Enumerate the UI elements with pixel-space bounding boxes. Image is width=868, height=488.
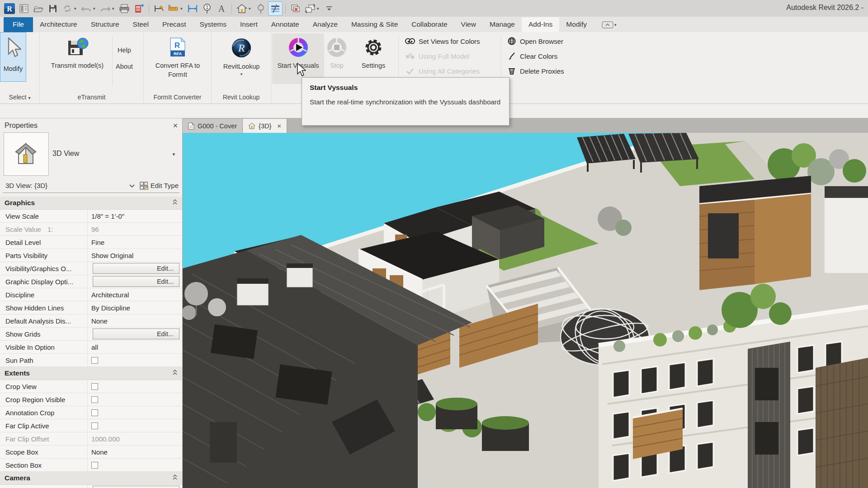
convert-rfa-button[interactable]: R RFA Convert RFA to FormIt xyxy=(151,33,205,84)
ribbon-display-toggle[interactable]: ▾ xyxy=(602,21,619,32)
section-camera[interactable]: Camera xyxy=(0,472,182,485)
view-tab-g000-cover[interactable]: G000 - Cover xyxy=(183,119,243,133)
panel-label-select[interactable]: Select ▾ xyxy=(0,94,39,101)
redo-icon[interactable] xyxy=(99,2,112,15)
property-row-scope-box: Scope Box None xyxy=(0,446,182,459)
collapse-icon[interactable] xyxy=(172,474,178,482)
checkbox[interactable] xyxy=(91,422,98,429)
transmit-models-button[interactable]: Transmit model(s) xyxy=(43,33,111,84)
ribbon-display-dropdown-icon[interactable]: ▾ xyxy=(614,23,619,27)
about-button[interactable]: About xyxy=(116,63,133,70)
panel-inner-separator xyxy=(112,36,113,85)
clear-colors-item[interactable]: Clear Colors xyxy=(507,52,564,61)
tab-manage[interactable]: Manage xyxy=(483,17,522,32)
revit-logo-icon[interactable]: R xyxy=(3,2,16,15)
section-graphics[interactable]: Graphics xyxy=(0,197,182,210)
tag-icon[interactable]: 1 xyxy=(200,2,214,15)
collapse-icon[interactable] xyxy=(172,369,178,377)
panel-label-revit-lookup[interactable]: Revit Lookup xyxy=(212,94,271,101)
tab-annotate[interactable]: Annotate xyxy=(264,17,306,32)
section-icon[interactable] xyxy=(254,2,268,15)
redo-dropdown-icon[interactable]: ▾ xyxy=(112,6,117,11)
switch-windows-dropdown-icon[interactable]: ▾ xyxy=(317,6,321,11)
sync-icon[interactable] xyxy=(61,2,74,15)
type-dropdown-icon[interactable]: ▾ xyxy=(172,151,175,157)
edit-button[interactable]: Edit... xyxy=(93,263,179,274)
aligned-dimension-icon[interactable] xyxy=(186,2,199,15)
export-icon[interactable] xyxy=(132,2,146,15)
window-title: Autodesk Revit 2026.2 - xyxy=(786,4,863,12)
print-icon[interactable] xyxy=(118,2,131,15)
sync-dropdown-icon[interactable]: ▾ xyxy=(74,6,79,11)
undo-icon[interactable] xyxy=(80,2,93,15)
tab-precast[interactable]: Precast xyxy=(156,17,193,32)
close-icon[interactable]: × xyxy=(173,122,178,130)
default-3d-view-dropdown-icon[interactable]: ▾ xyxy=(249,6,253,11)
modify-pin-icon[interactable] xyxy=(152,2,166,15)
panel-label-formit[interactable]: FormIt Converter xyxy=(144,94,211,101)
edit-button[interactable]: Edit... xyxy=(93,486,179,488)
properties-icon[interactable] xyxy=(17,2,31,15)
collapse-icon[interactable] xyxy=(172,199,178,207)
edit-type-button[interactable]: Edit Type xyxy=(140,182,179,190)
save-icon[interactable] xyxy=(46,2,60,15)
switch-windows-icon[interactable] xyxy=(303,2,317,15)
using-full-model-item: Using Full Model xyxy=(405,52,480,61)
tab-modify[interactable]: Modify xyxy=(559,17,594,32)
modify-button[interactable]: Modify xyxy=(0,32,26,82)
customize-toolbar-icon[interactable] xyxy=(322,2,336,15)
help-button[interactable]: Help xyxy=(118,47,131,54)
house-icon xyxy=(248,122,255,129)
checkbox[interactable] xyxy=(91,409,98,416)
panel-label-etransmit[interactable]: eTransmit xyxy=(40,94,143,101)
convert-rfa-label: Convert RFA to FormIt xyxy=(154,61,201,79)
type-selector[interactable]: 3D View ▾ xyxy=(0,132,182,178)
checkbox[interactable] xyxy=(91,462,98,469)
tab-architecture[interactable]: Architecture xyxy=(33,17,84,32)
set-views-for-colors-item[interactable]: Set Views for Colors xyxy=(405,37,480,46)
measure-dropdown-icon[interactable]: ▾ xyxy=(180,6,185,11)
measure-icon[interactable] xyxy=(167,2,180,15)
property-row-annotation-crop: Annotation Crop xyxy=(0,406,182,419)
undo-dropdown-icon[interactable]: ▾ xyxy=(93,6,98,11)
tab-file[interactable]: File xyxy=(4,17,33,32)
svg-text:R: R xyxy=(238,42,245,54)
instance-chevron-icon[interactable] xyxy=(129,182,135,190)
mouse-cursor xyxy=(295,62,307,77)
instance-selector[interactable]: 3D View: {3D} Edit Type xyxy=(3,178,179,193)
stop-vyssuals-button: Stop xyxy=(325,33,349,84)
edit-button[interactable]: Edit... xyxy=(93,328,179,339)
tab-systems[interactable]: Systems xyxy=(193,17,233,32)
tab-collaborate[interactable]: Collaborate xyxy=(405,17,454,32)
default-3d-view-icon[interactable] xyxy=(235,2,249,15)
tab-structure[interactable]: Structure xyxy=(84,17,126,32)
checkbox[interactable] xyxy=(91,383,98,390)
delete-proxies-item[interactable]: Delete Proxies xyxy=(507,66,564,75)
close-hidden-windows-icon[interactable] xyxy=(289,2,302,15)
svg-text:R: R xyxy=(175,41,180,50)
tab-add-ins[interactable]: Add-Ins xyxy=(522,17,559,32)
thin-lines-icon[interactable] xyxy=(269,2,282,15)
tab-steel[interactable]: Steel xyxy=(126,17,156,32)
toolbar-separator xyxy=(285,3,286,14)
checkbox[interactable] xyxy=(91,357,98,364)
open-browser-item[interactable]: Open Browser xyxy=(507,37,564,46)
ribbon-tab-bar: File Architecture Structure Steel Precas… xyxy=(0,17,868,32)
3d-view-scene[interactable] xyxy=(183,133,868,488)
open-icon[interactable] xyxy=(32,2,45,15)
section-extents[interactable]: Extents xyxy=(0,367,182,380)
drawing-area: G000 - Cover {3D} × xyxy=(183,118,868,488)
tab-insert[interactable]: Insert xyxy=(233,17,264,32)
model-icon xyxy=(405,52,415,60)
text-icon[interactable]: A xyxy=(215,2,228,15)
property-row-discipline: Discipline Architectural xyxy=(0,288,182,301)
revitlookup-button[interactable]: R RevitLookup ▾ xyxy=(215,33,268,84)
tab-view[interactable]: View xyxy=(454,17,483,32)
checkbox[interactable] xyxy=(91,396,98,403)
settings-button[interactable]: Settings xyxy=(356,33,391,84)
view-tab-3d[interactable]: {3D} × xyxy=(243,119,287,133)
tab-massing-site[interactable]: Massing & Site xyxy=(344,17,405,32)
edit-button[interactable]: Edit... xyxy=(93,276,179,287)
close-view-icon[interactable]: × xyxy=(277,122,281,130)
tab-analyze[interactable]: Analyze xyxy=(306,17,344,32)
